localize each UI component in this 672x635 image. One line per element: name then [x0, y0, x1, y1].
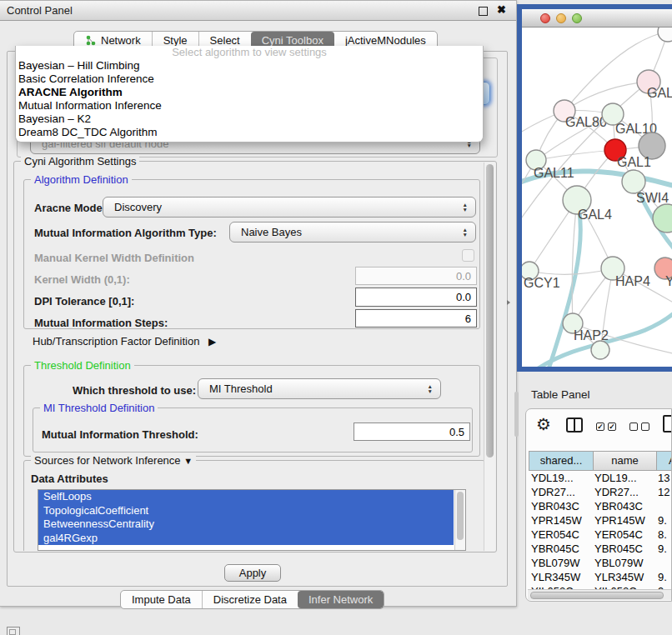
- table-hscrollbar-thumb[interactable]: [530, 592, 664, 599]
- attribute-list-scrollbar[interactable]: [454, 490, 465, 550]
- table-row[interactable]: YLR345WYLR345W9.: [526, 570, 671, 584]
- table-cell[interactable]: YER054C: [531, 528, 579, 542]
- table-cell[interactable]: YBR045C: [594, 542, 643, 556]
- attribute-item-gal4rgexp[interactable]: gal4RGexp: [38, 532, 454, 546]
- network-view-window: GALGAL80GAL10GAL1GAL11SWI4GAL4GCY1HAP4YH…: [517, 4, 672, 372]
- table-cell[interactable]: 9.: [658, 542, 667, 556]
- minimized-panel-icon[interactable]: [7, 627, 20, 635]
- table-cell[interactable]: YDR27...: [594, 485, 639, 499]
- table-cell[interactable]: YPR145W: [531, 513, 582, 528]
- network-edge: [529, 268, 613, 274]
- mi-threshold-label: Mutual Information Threshold:: [42, 428, 198, 441]
- dropdown-item-basic-correlation-inference[interactable]: Basic Correlation Inference: [16, 72, 483, 86]
- table-horizontal-scrollbar[interactable]: [528, 589, 671, 600]
- close-icon[interactable]: ✖: [497, 3, 506, 16]
- table-row[interactable]: YBR045CYBR045C9.: [526, 542, 671, 556]
- table-row[interactable]: YDR27...YDR27...12: [526, 485, 671, 499]
- aracne-mode-combobox[interactable]: Discovery ▲▼: [103, 197, 476, 218]
- dropdown-item-mutual-information-inference[interactable]: Mutual Information Inference: [16, 99, 483, 112]
- panel-divider-scrollbar[interactable]: [514, 392, 519, 437]
- table-cell[interactable]: 8.: [658, 528, 667, 542]
- close-traffic-light-icon[interactable]: [540, 13, 550, 23]
- network-node-unlabeled[interactable]: [658, 28, 672, 42]
- mi-type-combobox[interactable]: Naive Bayes ▲▼: [229, 222, 476, 242]
- table-cell[interactable]: YLR345W: [531, 570, 580, 584]
- column-header-shared[interactable]: shared...: [529, 451, 593, 471]
- table-cell[interactable]: 9.: [658, 513, 667, 528]
- checked-checkbox-icon[interactable]: ✓: [596, 422, 604, 431]
- dropdown-item-aracne-algorithm[interactable]: ARACNE Algorithm: [16, 86, 483, 99]
- attribute-item-selfloops[interactable]: SelfLoops: [38, 490, 454, 504]
- tab-label: Select: [210, 34, 240, 47]
- table-cell[interactable]: YER054C: [594, 528, 643, 542]
- table-cell[interactable]: 9.: [658, 570, 667, 584]
- float-window-icon[interactable]: [479, 7, 488, 16]
- unchecked-checkbox-icon[interactable]: [641, 422, 649, 431]
- attribute-item-betweennesscentrality[interactable]: BetweennessCentrality: [38, 518, 454, 532]
- network-node-unlabeled[interactable]: [591, 341, 609, 359]
- column-header-a[interactable]: A: [656, 451, 672, 471]
- document-icon[interactable]: [663, 415, 672, 432]
- mi-steps-field[interactable]: 6: [355, 309, 477, 328]
- settings-scrollbar-thumb[interactable]: [486, 164, 494, 458]
- dropdown-items: Bayesian – Hill ClimbingBasic Correlatio…: [16, 59, 483, 139]
- table-row[interactable]: YER054CYER054C8.: [526, 528, 671, 542]
- dpi-tolerance-field[interactable]: 0.0: [355, 288, 477, 307]
- column-header-name[interactable]: name: [593, 451, 656, 471]
- network-node-swi4[interactable]: [622, 170, 645, 193]
- hub-definition-toggle[interactable]: Hub/Transcription Factor Definition ▶: [33, 335, 216, 348]
- table-cell[interactable]: YBR045C: [531, 542, 579, 556]
- table-cell[interactable]: YBR043C: [594, 499, 643, 513]
- mi-steps-label: Mutual Information Steps:: [34, 317, 168, 329]
- mi-threshold-box: MI Threshold Definition Mutual Informati…: [33, 408, 473, 452]
- tab-label: Cyni Toolbox: [262, 34, 323, 47]
- attribute-item-topologicalcoefficient[interactable]: TopologicalCoefficient: [38, 504, 454, 518]
- screenshot-root: Control Panel ✖ NetworkStyleSelectCyni T…: [0, 0, 672, 635]
- mi-threshold-field[interactable]: 0.5: [354, 422, 470, 441]
- table-panel-title: Table Panel: [531, 388, 590, 401]
- tab-impute-data[interactable]: Impute Data: [121, 591, 202, 608]
- splitpane-arrow-icon[interactable]: [507, 300, 510, 305]
- dropdown-item-bayesian-k2[interactable]: Bayesian – K2: [16, 112, 483, 126]
- tab-label: Network: [101, 34, 141, 47]
- zoom-traffic-light-icon[interactable]: [572, 13, 582, 23]
- which-threshold-combobox[interactable]: MI Threshold ▲▼: [198, 378, 441, 399]
- table-cell[interactable]: YBL079W: [531, 556, 580, 570]
- settings-scrollbar[interactable]: [484, 162, 495, 551]
- network-canvas[interactable]: GALGAL80GAL10GAL1GAL11SWI4GAL4GCY1HAP4YH…: [522, 28, 672, 367]
- unchecked-checkbox-icon[interactable]: [629, 422, 638, 431]
- checked-checkbox-icon[interactable]: ✓: [608, 422, 616, 431]
- sources-title-toggle[interactable]: Sources for Network Inference ▼: [31, 454, 196, 467]
- apply-button[interactable]: Apply: [224, 564, 281, 582]
- table-cell[interactable]: YDL19...: [594, 471, 637, 485]
- dropdown-item-dream8-dc-tdc-algorithm[interactable]: Dream8 DC_TDC Algorithm: [16, 126, 483, 139]
- column-layout-icon[interactable]: [566, 418, 583, 432]
- algorithm-definition-title: Algorithm Definition: [31, 173, 132, 186]
- attribute-list-scrollbar-thumb[interactable]: [457, 492, 464, 540]
- data-attributes-list: SelfLoopsTopologicalCoefficientBetweenne…: [38, 489, 466, 551]
- table-row[interactable]: YPR145WYPR145W9.: [526, 513, 671, 528]
- table-cell[interactable]: YLR345W: [594, 570, 644, 584]
- table-cell[interactable]: YDR27...: [531, 485, 575, 499]
- table-cell[interactable]: YBL079W: [594, 556, 644, 570]
- aracne-mode-value: Discovery: [103, 201, 455, 213]
- table-row[interactable]: YBL079WYBL079W: [526, 556, 671, 570]
- dropdown-item-bayesian-hill-climbing[interactable]: Bayesian – Hill Climbing: [16, 59, 483, 72]
- minimize-traffic-light-icon[interactable]: [556, 13, 566, 23]
- table-cell[interactable]: 13: [658, 471, 669, 485]
- table-row[interactable]: YBR043CYBR043C: [526, 499, 671, 513]
- tab-infer-network[interactable]: Infer Network: [298, 591, 384, 608]
- threshold-definition-box: Threshold Definition Which threshold to …: [23, 365, 480, 457]
- node-label: GAL: [647, 86, 672, 100]
- table-cell[interactable]: YPR145W: [594, 513, 645, 528]
- table-cell[interactable]: YDL19...: [531, 471, 574, 485]
- network-node-unlabeled[interactable]: [653, 204, 672, 232]
- table-row[interactable]: YDL19...YDL19...13: [526, 471, 671, 485]
- gear-icon[interactable]: ⚙: [536, 414, 551, 434]
- cyni-bottom-tabs: Impute DataDiscretize DataInfer Network: [120, 590, 384, 609]
- table-cell[interactable]: 12: [658, 485, 669, 499]
- cyni-algorithm-settings-panel: Cyni Algorithm Settings Algorithm Defini…: [13, 161, 497, 552]
- table-body: YDL19...YDL19...13YDR27...YDR27...12YBR0…: [526, 471, 671, 589]
- tab-discretize-data[interactable]: Discretize Data: [202, 591, 298, 608]
- table-cell[interactable]: YBR043C: [531, 499, 579, 513]
